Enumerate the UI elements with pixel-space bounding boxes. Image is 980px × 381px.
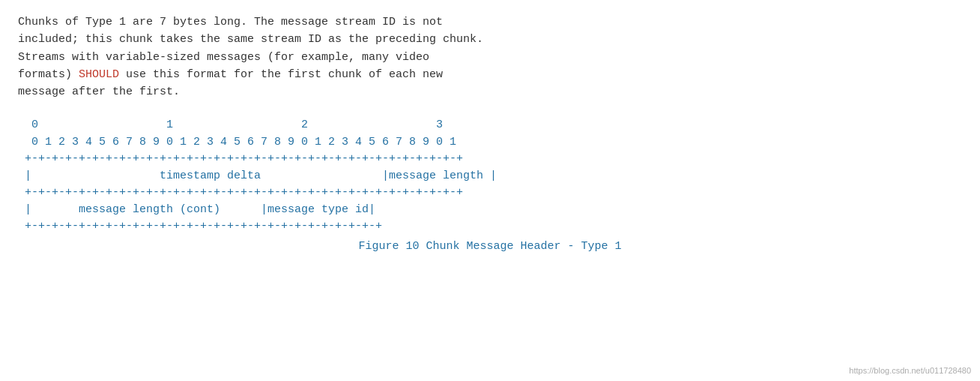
watermark: https://blog.csdn.net/u011728480	[849, 366, 971, 375]
paragraph: Chunks of Type 1 are 7 bytes long. The m…	[18, 14, 962, 100]
separator-3: +-+-+-+-+-+-+-+-+-+-+-+-+-+-+-+-+-+-+-+-…	[18, 218, 962, 236]
data-row-2: | message length (cont) |message type id…	[18, 202, 962, 219]
figure-caption: Figure 10 Chunk Message Header - Type 1	[18, 240, 962, 253]
diagram-section: 0 1 2 3 0 1 2 3 4 5 6 7 8 9 0 1 2 3 4 5 …	[18, 117, 962, 236]
row-numbers-top: 0 1 2 3	[18, 117, 962, 134]
should-keyword: SHOULD	[79, 68, 119, 81]
separator-1: +-+-+-+-+-+-+-+-+-+-+-+-+-+-+-+-+-+-+-+-…	[18, 151, 962, 168]
paragraph-text: Chunks of Type 1 are 7 bytes long. The m…	[18, 16, 483, 98]
separator-2: +-+-+-+-+-+-+-+-+-+-+-+-+-+-+-+-+-+-+-+-…	[18, 184, 962, 202]
row-bits: 0 1 2 3 4 5 6 7 8 9 0 1 2 3 4 5 6 7 8 9 …	[18, 134, 962, 152]
data-row-1: | timestamp delta |message length |	[18, 168, 962, 185]
